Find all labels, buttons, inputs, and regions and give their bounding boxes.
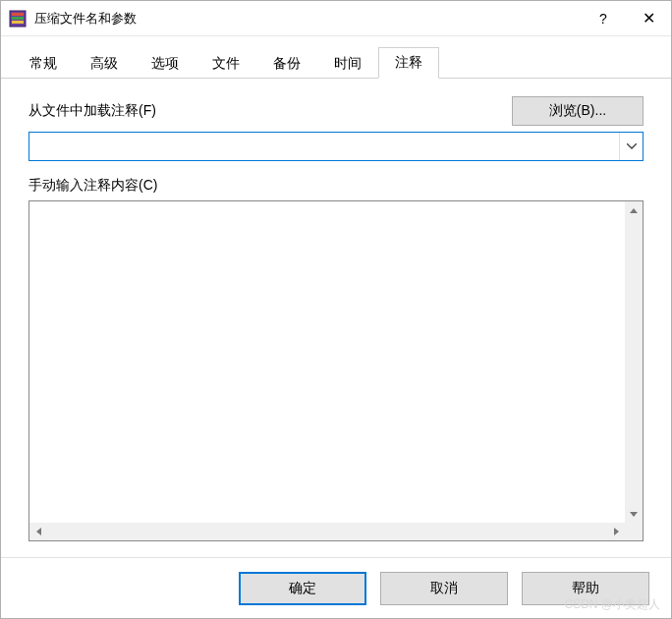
tab-files[interactable]: 文件 [196,48,256,79]
ok-button[interactable]: 确定 [239,572,366,605]
app-icon [9,10,27,28]
help-button[interactable]: ? [581,1,626,36]
window-title: 压缩文件名和参数 [34,10,581,28]
tab-general[interactable]: 常规 [13,48,74,79]
row-load-from-file: 从文件中加载注释(F) 浏览(B)... [28,96,644,126]
browse-button[interactable]: 浏览(B)... [512,96,644,126]
svg-rect-1 [12,13,24,16]
tab-label: 注释 [395,54,422,70]
comment-textarea-wrap [28,200,644,541]
tab-bar: 常规 高级 选项 文件 备份 时间 注释 [1,36,671,79]
titlebar: 压缩文件名和参数 ? ✕ [1,1,671,36]
horizontal-scrollbar[interactable] [29,523,625,540]
tab-label: 高级 [90,55,118,71]
tab-label: 选项 [151,55,179,71]
tab-label: 时间 [334,55,362,71]
file-path-input[interactable] [29,133,619,160]
scroll-corner [625,523,643,540]
manual-input-label: 手动输入注释内容(C) [28,177,644,195]
scroll-right-icon[interactable] [607,523,625,540]
tab-label: 备份 [273,55,301,71]
tab-content: 从文件中加载注释(F) 浏览(B)... 手动输入注释内容(C) [1,79,671,557]
scroll-down-icon[interactable] [625,505,643,523]
svg-rect-2 [12,17,24,20]
tab-options[interactable]: 选项 [135,48,196,79]
tab-label: 文件 [212,55,240,71]
chevron-down-icon[interactable] [619,133,643,160]
tab-backup[interactable]: 备份 [256,48,317,79]
svg-rect-3 [12,21,24,24]
scroll-up-icon[interactable] [625,201,643,219]
tab-advanced[interactable]: 高级 [74,48,135,79]
load-from-file-label: 从文件中加载注释(F) [28,102,156,120]
close-button[interactable]: ✕ [626,1,671,36]
dialog-footer: 确定 取消 帮助 [1,557,671,618]
vertical-scrollbar[interactable] [625,201,643,523]
tab-time[interactable]: 时间 [317,48,378,79]
file-path-combobox[interactable] [28,132,644,161]
cancel-button[interactable]: 取消 [380,572,508,605]
comment-textarea[interactable] [29,201,643,540]
tab-label: 常规 [29,55,57,71]
help-button-footer[interactable]: 帮助 [522,572,649,605]
tab-comment[interactable]: 注释 [378,47,439,79]
scroll-left-icon[interactable] [29,523,47,540]
dialog-window: 压缩文件名和参数 ? ✕ 常规 高级 选项 文件 备份 时间 注释 从文件中加载… [0,0,672,619]
